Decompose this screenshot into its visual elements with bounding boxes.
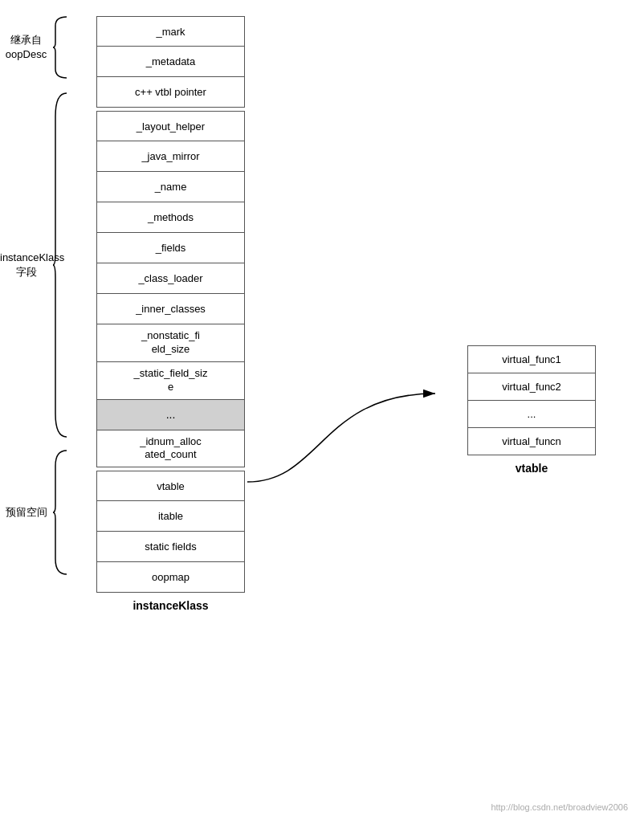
watermark: http://blog.csdn.net/broadview2006: [491, 802, 628, 812]
cell-mark: _mark: [96, 16, 245, 47]
instance-klass-column: _mark _metadata c++ vtbl pointer _layout…: [96, 16, 245, 612]
cell-methods: _methods: [96, 202, 245, 233]
cell-static-field-size: _static_field_siz e: [96, 362, 245, 400]
cell-oopmap: oopmap: [96, 562, 245, 593]
cell-layout-helper: _layout_helper: [96, 111, 245, 141]
inherit-brace-icon: [52, 16, 70, 79]
reserved-label-text: 预留空间: [0, 505, 52, 520]
inherit-label-group: 继承自 οοpDesc: [0, 16, 92, 79]
reserved-brace-icon: [52, 450, 70, 575]
inherit-label-text: 继承自 οοpDesc: [0, 33, 52, 62]
vtable-container: virtual_func1 virtual_func2 ... virtual_…: [467, 345, 596, 475]
vtable-label: vtable: [467, 462, 596, 475]
cell-vtbl-pointer: c++ vtbl pointer: [96, 77, 245, 108]
cell-vtable: vtable: [96, 471, 245, 501]
cell-idnum-alloc: _idnum_alloc ated_count: [96, 430, 245, 468]
cell-metadata: _metadata: [96, 47, 245, 77]
cell-java-mirror: _java_mirror: [96, 141, 245, 172]
cell-nonstatic-field-size: _nonstatic_fi eld_size: [96, 324, 245, 362]
cell-vfuncn: virtual_funcn: [468, 428, 595, 455]
cell-itable: itable: [96, 501, 245, 532]
vtable-box: virtual_func1 virtual_func2 ... virtual_…: [467, 345, 596, 455]
cell-name: _name: [96, 172, 245, 202]
fields-label-text: instanceKlass 字段: [0, 251, 52, 279]
instance-klass-label: instanceKlass: [96, 599, 245, 612]
reserved-label-group: 预留空间: [0, 450, 92, 575]
cell-inner-classes: _inner_classes: [96, 294, 245, 324]
fields-brace-icon: [52, 92, 70, 438]
cell-vdots: ...: [468, 401, 595, 428]
cell-static-fields: static fields: [96, 532, 245, 562]
cell-dots-grey: ...: [96, 400, 245, 430]
cell-vfunc2: virtual_func2: [468, 373, 595, 401]
fields-label-group: instanceKlass 字段: [0, 92, 92, 438]
cell-fields: _fields: [96, 233, 245, 263]
cell-vfunc1: virtual_func1: [468, 346, 595, 373]
cell-class-loader: _class_loader: [96, 263, 245, 294]
